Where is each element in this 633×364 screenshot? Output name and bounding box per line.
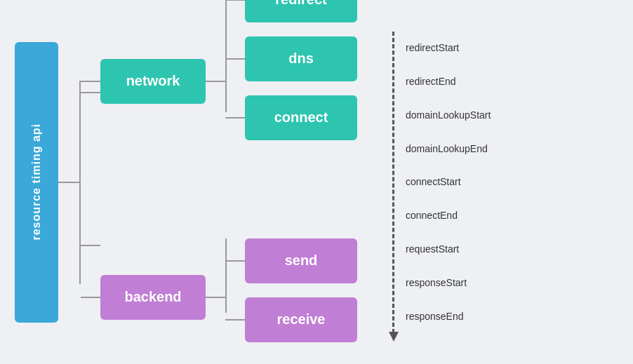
label-responseStart: responseStart	[406, 277, 491, 288]
redirect-h	[225, 0, 245, 1]
dashed-arrow	[389, 332, 399, 342]
send-label: send	[285, 252, 318, 269]
connect-h	[225, 117, 245, 119]
branch-connectors	[79, 81, 100, 246]
labels-column: redirectStart redirectEnd domainLookupSt…	[406, 32, 491, 333]
send-h	[225, 260, 245, 262]
network-children-bracket: redirect dns connect	[225, 22, 357, 140]
network-children: redirect dns connect	[225, 22, 357, 140]
dashed-line	[392, 32, 394, 333]
label-requestStart: requestStart	[406, 243, 491, 255]
backend-label: backend	[124, 289, 181, 305]
label-connectStart: connectStart	[406, 176, 491, 187]
bracket-container	[79, 81, 81, 284]
network-v-bracket	[225, 0, 227, 112]
receive-row: receive	[225, 297, 357, 342]
backend-h-connector	[81, 297, 100, 298]
backend-hline	[79, 245, 100, 246]
receive-h	[225, 319, 245, 321]
level1-group: network redirect	[81, 22, 357, 342]
receive-node: receive	[245, 297, 357, 342]
redirect-row: redirect	[225, 0, 357, 22]
send-node: send	[245, 238, 357, 283]
dns-h	[225, 58, 245, 60]
backend-children-bracket: send receive	[225, 252, 357, 342]
connect-label: connect	[274, 109, 328, 126]
label-redirectEnd: redirectEnd	[406, 76, 491, 87]
network-hline	[79, 92, 100, 93]
connect-row: connect	[225, 95, 357, 140]
connect-node: connect	[245, 95, 357, 140]
diagram: resource timing api network	[15, 14, 618, 351]
network-hline-row	[79, 92, 100, 93]
receive-label: receive	[277, 311, 326, 328]
dns-row: dns	[225, 36, 357, 81]
root-hline	[58, 182, 79, 183]
backend-children: send receive	[225, 252, 357, 342]
network-to-children-h	[206, 81, 225, 82]
dns-label: dns	[288, 50, 314, 67]
label-responseEnd: responseEnd	[406, 311, 491, 322]
label-domainLookupEnd: domainLookupEnd	[406, 143, 491, 154]
root-node: resource timing api	[15, 42, 58, 323]
root-label: resource timing api	[30, 123, 43, 241]
redirect-label: redirect	[275, 0, 326, 8]
network-branch: network redirect	[81, 22, 357, 140]
dns-node: dns	[245, 36, 357, 81]
send-row: send	[225, 238, 357, 283]
label-connectEnd: connectEnd	[406, 210, 491, 221]
label-redirectStart: redirectStart	[406, 42, 491, 53]
backend-node: backend	[100, 275, 206, 320]
backend-to-children-h	[206, 297, 225, 298]
redirect-node: redirect	[245, 0, 357, 22]
label-domainLookupStart: domainLookupStart	[406, 109, 491, 121]
network-node: network	[100, 59, 206, 104]
backend-hline-row	[79, 245, 100, 246]
backend-branch: backend send receive	[81, 252, 357, 342]
right-panel: redirectStart redirectEnd domainLookupSt…	[392, 32, 491, 333]
network-label: network	[126, 73, 180, 89]
backend-v-bracket	[225, 238, 227, 313]
